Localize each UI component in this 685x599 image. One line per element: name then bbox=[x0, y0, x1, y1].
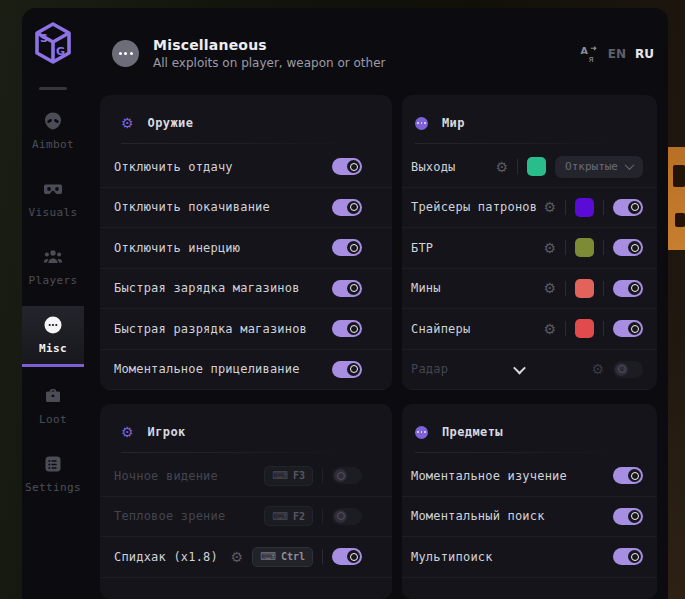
dropdown-select[interactable]: Открытые bbox=[555, 156, 643, 178]
sidebar-item-misc[interactable]: Misc bbox=[22, 306, 84, 367]
svg-text:G: G bbox=[56, 45, 65, 58]
toggle-knob-ring bbox=[631, 512, 639, 520]
section-world: МирВыходы⚙ОткрытыеТрейсеры патронов⚙БТР⚙… bbox=[402, 95, 657, 390]
toggle-switch[interactable] bbox=[613, 320, 643, 337]
gear-icon[interactable]: ⚙ bbox=[543, 322, 556, 336]
dropdown-value: Открытые bbox=[565, 160, 618, 173]
separator bbox=[517, 159, 518, 174]
row-controls: ⚙ bbox=[543, 238, 643, 257]
sidebar-item-label: Players bbox=[28, 274, 77, 287]
color-swatch[interactable] bbox=[575, 279, 594, 298]
toggle-switch[interactable] bbox=[332, 239, 362, 256]
separator bbox=[603, 240, 604, 255]
toggle-switch[interactable] bbox=[332, 158, 362, 175]
keybind-label: F3 bbox=[293, 470, 305, 481]
separator bbox=[603, 321, 604, 336]
keyboard-icon: ⌨ bbox=[260, 551, 276, 562]
toggle-knob bbox=[347, 160, 360, 173]
page-subtitle: All exploits on player, weapon or other bbox=[153, 56, 385, 70]
toggle-knob bbox=[347, 363, 360, 376]
ellipsis-circle-icon bbox=[43, 315, 63, 335]
toggle-knob-ring bbox=[631, 472, 639, 480]
lang-ru-button[interactable]: RU bbox=[635, 47, 654, 61]
toggle-switch[interactable] bbox=[613, 199, 643, 216]
separator bbox=[565, 200, 566, 215]
separator bbox=[322, 468, 323, 483]
toggle-switch[interactable] bbox=[332, 320, 362, 337]
page-heading: Miscellaneous All exploits on player, we… bbox=[153, 37, 385, 70]
gear-icon[interactable]: ⚙ bbox=[543, 281, 556, 295]
toggle-knob bbox=[628, 550, 641, 563]
alien-icon bbox=[43, 111, 63, 131]
row-controls bbox=[613, 508, 643, 525]
gear-icon[interactable]: ⚙ bbox=[591, 362, 604, 376]
sidebar-item-visuals[interactable]: Visuals bbox=[22, 170, 84, 228]
toggle-knob-ring bbox=[350, 244, 358, 252]
toggle-switch[interactable] bbox=[613, 280, 643, 297]
keybind-badge[interactable]: ⌨F3 bbox=[264, 466, 313, 486]
row-controls bbox=[613, 467, 643, 484]
toggle-knob-ring bbox=[350, 365, 358, 373]
setting-label: Отключить покачивание bbox=[114, 200, 270, 214]
color-swatch[interactable] bbox=[575, 319, 594, 338]
toggle-switch[interactable] bbox=[613, 467, 643, 484]
toggle-knob-ring bbox=[350, 553, 358, 561]
section-title: Оружие bbox=[148, 116, 194, 130]
toggle-switch[interactable] bbox=[613, 239, 643, 256]
color-swatch[interactable] bbox=[527, 157, 546, 176]
dots-circle-icon bbox=[415, 426, 428, 439]
misc-ellipsis-icon bbox=[112, 40, 139, 67]
sidebar-item-players[interactable]: Players bbox=[22, 238, 84, 296]
setting-row: Мины⚙ bbox=[402, 269, 657, 310]
section-rows: Ночное видение⌨F3Тепловое зрение⌨F2Спидх… bbox=[100, 456, 392, 578]
sidebar-item-aimbot[interactable]: Aimbot bbox=[22, 102, 84, 160]
color-swatch[interactable] bbox=[575, 238, 594, 257]
section-divider bbox=[415, 143, 629, 144]
toggle-knob bbox=[347, 201, 360, 214]
toggle-switch[interactable] bbox=[332, 548, 362, 565]
row-controls: ⚙⌨Ctrl bbox=[230, 547, 362, 567]
section-divider bbox=[121, 143, 364, 144]
sidebar-item-settings[interactable]: Settings bbox=[22, 445, 84, 503]
toggle-switch[interactable] bbox=[613, 548, 643, 565]
toggle-knob bbox=[628, 241, 641, 254]
toggle-switch[interactable] bbox=[332, 467, 362, 484]
briefcase-icon bbox=[43, 386, 63, 406]
topbar: Miscellaneous All exploits on player, we… bbox=[84, 8, 668, 95]
lang-en-button[interactable]: EN bbox=[608, 47, 626, 61]
chevron-down-icon[interactable] bbox=[513, 361, 526, 374]
setting-row: Радар⚙ bbox=[402, 350, 657, 391]
sidebar-item-loot[interactable]: Loot bbox=[22, 377, 84, 435]
section-title: Предметы bbox=[442, 425, 503, 439]
toggle-switch[interactable] bbox=[332, 280, 362, 297]
sidebar-item-label: Settings bbox=[25, 481, 81, 494]
toggle-knob bbox=[615, 363, 628, 376]
main-panel: Miscellaneous All exploits on player, we… bbox=[84, 8, 668, 599]
toggle-switch[interactable] bbox=[332, 199, 362, 216]
keybind-badge[interactable]: ⌨Ctrl bbox=[252, 547, 313, 567]
gear-icon[interactable]: ⚙ bbox=[495, 160, 508, 174]
color-swatch[interactable] bbox=[575, 198, 594, 217]
gear-icon[interactable]: ⚙ bbox=[543, 241, 556, 255]
setting-label: Мультипоиск bbox=[411, 550, 493, 564]
setting-row: Трейсеры патронов⚙ bbox=[402, 188, 657, 229]
toggle-knob-ring bbox=[631, 203, 639, 211]
toggle-switch[interactable] bbox=[332, 508, 362, 525]
section-header: ⚙Оружие bbox=[121, 112, 378, 134]
toggle-switch[interactable] bbox=[613, 508, 643, 525]
svg-text:A: A bbox=[580, 45, 588, 56]
setting-label: Моментальное прицеливание bbox=[114, 362, 300, 376]
row-controls bbox=[332, 361, 362, 378]
gear-icon[interactable]: ⚙ bbox=[230, 550, 243, 564]
toggle-switch[interactable] bbox=[332, 361, 362, 378]
keybind-badge[interactable]: ⌨F2 bbox=[264, 506, 313, 526]
sg-cube-logo-icon: S G bbox=[33, 21, 73, 65]
setting-row: Моментальное изучение bbox=[402, 456, 657, 497]
toggle-knob-ring bbox=[631, 325, 639, 333]
sidebar-divider bbox=[39, 87, 67, 90]
row-controls: ⌨F2 bbox=[264, 506, 362, 526]
gear-icon[interactable]: ⚙ bbox=[543, 200, 556, 214]
section-items: ПредметыМоментальное изучениеМоментальны… bbox=[402, 404, 657, 599]
toggle-switch[interactable] bbox=[613, 361, 643, 378]
dots-circle-icon bbox=[415, 117, 428, 130]
